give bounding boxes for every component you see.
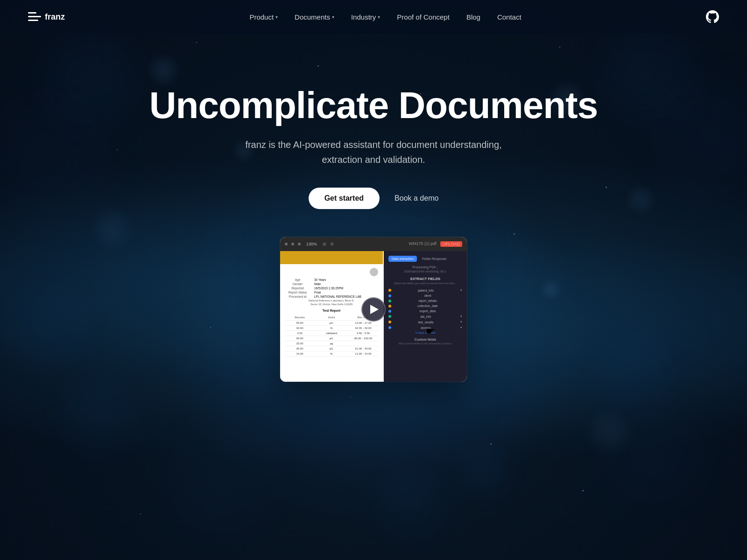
nav-link-poc[interactable]: Proof of Concept xyxy=(390,9,456,25)
extract-section-title: EXTRACT FIELDS xyxy=(388,277,462,281)
nav-item-industry: Industry ▾ xyxy=(345,9,387,25)
extract-more-selected: 5 more selected xyxy=(388,331,462,334)
logo-icon xyxy=(28,12,41,21)
toolbar-dot-3 xyxy=(298,243,301,245)
nav-link-blog[interactable]: Blog xyxy=(460,9,487,25)
doc-field-reported: Reported 16/5/2023 1:30:25PM xyxy=(285,287,378,290)
doc-field-status: Report Status Final xyxy=(285,291,378,294)
particle-7 xyxy=(350,397,351,398)
toolbar-settings-icon: ⚙ xyxy=(330,242,334,246)
extract-field-lab-info: lab_info ▾ xyxy=(388,315,462,318)
hero-title: Uncomplicate Documents xyxy=(149,85,598,126)
chevron-down-icon: ▾ xyxy=(378,14,380,20)
toolbar-dot-1 xyxy=(285,243,288,245)
extract-time: Estimated time remaining: 80 s xyxy=(388,270,462,273)
extract-field-patient-info: patient_info ▾ xyxy=(388,288,462,292)
bokeh-11 xyxy=(458,443,514,499)
bokeh-6 xyxy=(374,467,448,541)
field-dot xyxy=(388,289,391,292)
table-row: 20.00 pg xyxy=(285,341,378,346)
nav-item-product: Product ▾ xyxy=(243,9,284,25)
table-row: 40.00 % 42.00 - 52.00 xyxy=(285,326,378,331)
extract-custom-sub: Add custom fields to the extraction proc… xyxy=(388,342,462,345)
hero-section: Uncomplicate Documents franz is the AI-p… xyxy=(0,34,747,382)
field-dot xyxy=(388,310,391,313)
field-dot xyxy=(388,326,391,329)
field-dot xyxy=(388,315,391,318)
nav-item-contact: Contact xyxy=(491,9,528,25)
svg-rect-1 xyxy=(28,12,36,14)
hero-subtitle: franz is the AI-powered assistant for do… xyxy=(243,137,504,167)
nav-links: Product ▾ Documents ▾ Industry ▾ Proof o… xyxy=(243,9,528,25)
extract-section-sub: Select the fields you want to extract fr… xyxy=(388,282,462,285)
extract-panel: Data extraction Fields Response Processi… xyxy=(384,251,467,382)
extract-field-collection-date: collection_date xyxy=(388,304,462,308)
nav-item-blog: Blog xyxy=(460,9,487,25)
doc-field-gender: Gender Male xyxy=(285,282,378,286)
svg-rect-2 xyxy=(28,20,38,21)
github-icon[interactable] xyxy=(706,10,719,23)
toolbar-filename: WM175 (1).pdf xyxy=(409,241,437,247)
extract-custom-title: Custom fields xyxy=(388,338,462,341)
get-started-button[interactable]: Get started xyxy=(309,188,380,209)
svg-rect-0 xyxy=(28,16,41,17)
preview-toolbar: 130% ⊞ ⚙ WM175 (1).pdf UPLOAD xyxy=(280,237,467,251)
field-dot xyxy=(388,300,391,302)
toolbar-zoom: 130% xyxy=(306,242,317,246)
extract-field-report-details: report_details xyxy=(388,299,462,302)
toolbar-dot-2 xyxy=(291,243,294,245)
particle-8 xyxy=(490,443,492,445)
extract-status: Processing PDF... xyxy=(388,266,462,269)
bokeh-3 xyxy=(56,373,140,457)
nav-item-poc: Proof of Concept xyxy=(390,9,456,25)
extract-field-test-results: test_results ▾ xyxy=(388,320,462,324)
doc-logo-circle xyxy=(370,268,378,276)
chevron-down-icon: ▾ xyxy=(275,14,278,20)
tab-data-extraction[interactable]: Data extraction xyxy=(388,256,417,262)
particle-13 xyxy=(140,513,141,514)
play-button[interactable] xyxy=(361,297,386,322)
toolbar-expand-icon: ⊞ xyxy=(323,242,326,246)
nav-link-industry[interactable]: Industry ▾ xyxy=(345,9,387,25)
table-row: 55.00 p/L 13.00 - 17.00 xyxy=(285,321,378,326)
extract-field-export-data: export_data xyxy=(388,309,462,313)
brand-logo[interactable]: franz xyxy=(28,12,65,22)
play-icon xyxy=(370,305,379,314)
doc-logo-area xyxy=(285,268,378,276)
hero-actions: Get started Book a demo xyxy=(309,188,439,209)
nav-link-product[interactable]: Product ▾ xyxy=(243,9,284,25)
table-row: 90.00 p/L 80.00 - 100.00 xyxy=(285,336,378,341)
tab-fields-response[interactable]: Fields Response xyxy=(419,256,450,262)
toolbar-file-info: WM175 (1).pdf UPLOAD xyxy=(409,241,462,247)
table-row: 4.50 validated 4.50 - 5.50 xyxy=(285,331,378,336)
table-row: 35.00 p/L 31.00 - 34.00 xyxy=(285,346,378,351)
brand-name: franz xyxy=(45,12,65,22)
doc-field-age: Age 30 Years xyxy=(285,278,378,281)
chevron-down-icon: ▾ xyxy=(332,14,334,20)
particle-14 xyxy=(582,490,584,491)
extract-field-client: client xyxy=(388,294,462,297)
table-row: 14.00 % 11.60 - 14.00 xyxy=(285,351,378,357)
doc-header-bar xyxy=(280,251,383,264)
extract-tabs: Data extraction Fields Response xyxy=(388,256,462,262)
book-demo-link[interactable]: Book a demo xyxy=(395,194,438,203)
nav-item-documents: Documents ▾ xyxy=(288,9,341,25)
nav-link-contact[interactable]: Contact xyxy=(491,9,528,25)
demo-preview: 130% ⊞ ⚙ WM175 (1).pdf UPLOAD Age 30 Yea… xyxy=(280,237,467,382)
toolbar-badge: UPLOAD xyxy=(440,241,462,247)
bokeh-4 xyxy=(163,420,280,537)
bokeh-s8 xyxy=(588,411,630,453)
nav-link-documents[interactable]: Documents ▾ xyxy=(288,9,341,25)
navbar: franz Product ▾ Documents ▾ Industry ▾ P… xyxy=(0,0,747,34)
extract-field-doctors: doctors ▾ xyxy=(388,326,462,329)
doc-field-processed: Processed at LPL NATIONAL REFERENCE LAB xyxy=(285,295,378,298)
field-dot xyxy=(388,294,391,297)
field-dot xyxy=(388,305,391,308)
field-dot xyxy=(388,321,391,323)
